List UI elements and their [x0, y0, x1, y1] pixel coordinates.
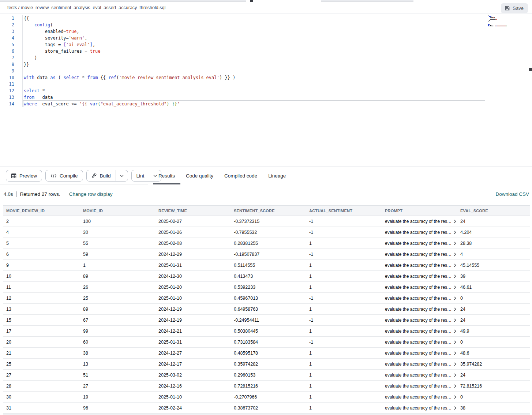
preview-button[interactable]: Preview: [6, 170, 42, 182]
prompt-text: evaluate the accuracy of the res…: [385, 274, 452, 279]
table-header-row: MOVIE_REVIEW_IDMOVIE_IDREVIEW_TIMESENTIM…: [3, 206, 530, 216]
table-cell: -1: [306, 318, 382, 323]
expand-prompt-icon[interactable]: [454, 329, 457, 333]
expand-prompt-icon[interactable]: [454, 362, 457, 366]
build-button[interactable]: Build: [86, 170, 128, 182]
column-header[interactable]: PROMPT: [382, 209, 457, 213]
line-number: 3: [0, 28, 23, 35]
expand-prompt-icon[interactable]: [454, 307, 457, 311]
column-header[interactable]: REVIEW_TIME: [156, 209, 231, 213]
line-number: 12: [0, 87, 23, 94]
build-dropdown-toggle[interactable]: [116, 170, 128, 181]
table-cell: 0.413473: [231, 274, 306, 279]
tab-code-quality[interactable]: Code quality: [180, 167, 219, 184]
column-header[interactable]: ACTUAL_SENTIMENT: [306, 209, 382, 213]
expand-prompt-icon[interactable]: [454, 340, 457, 344]
prompt-text: evaluate the accuracy of the res…: [385, 252, 452, 257]
expand-prompt-icon[interactable]: [454, 263, 457, 267]
code-line[interactable]: 1{{: [0, 15, 235, 22]
download-csv-link[interactable]: Download CSV: [495, 191, 529, 197]
table-cell: 5: [3, 241, 80, 246]
expand-prompt-icon[interactable]: [454, 296, 457, 300]
table-row[interactable]: 912025-01-310.51145551evaluate the accur…: [3, 260, 530, 271]
expand-prompt-icon[interactable]: [454, 231, 457, 234]
expand-prompt-icon[interactable]: [454, 285, 457, 289]
code-line[interactable]: 5 tags = ['ai_eval'],: [0, 41, 235, 48]
expand-prompt-icon[interactable]: [454, 406, 457, 410]
breadcrumb: tests / movie_review_sentiment_analysis_…: [7, 2, 165, 14]
table-row[interactable]: 4302025-01-26-0.7955532-1evaluate the ac…: [3, 227, 530, 238]
table-row[interactable]: 12252025-01-100.45967013-1evaluate the a…: [3, 293, 530, 304]
table-row[interactable]: 21002025-02-27-0.37372315-1evaluate the …: [3, 216, 530, 227]
code-editor[interactable]: 1{{2 config(3 enabled=true,4 severity='w…: [0, 14, 532, 167]
column-header[interactable]: MOVIE_ID: [80, 209, 156, 213]
table-row[interactable]: 21382024-12-270.485951781evaluate the ac…: [3, 348, 530, 359]
table-row[interactable]: 5552025-02-080.283812551evaluate the acc…: [3, 238, 530, 249]
expand-prompt-icon[interactable]: [454, 384, 457, 388]
code-line[interactable]: 12select *: [0, 87, 235, 94]
expand-prompt-icon[interactable]: [454, 242, 457, 245]
table-cell: 59: [80, 252, 156, 257]
expand-prompt-icon[interactable]: [454, 318, 457, 322]
expand-prompt-icon[interactable]: [454, 274, 457, 278]
table-row[interactable]: 31962025-02-240.386737021evaluate the ac…: [3, 403, 530, 414]
table-cell: 1: [306, 405, 382, 411]
code-line[interactable]: 9: [0, 68, 235, 74]
table-row[interactable]: 15672024-12-19-0.24954411-1evaluate the …: [3, 315, 530, 326]
change-row-display-link[interactable]: Change row display: [69, 191, 113, 197]
table-cell: 2025-01-31: [156, 340, 231, 345]
table-cell: 2024-12-27: [156, 351, 231, 356]
table-row[interactable]: 30192025-01-10-0.27079661evaluate the ac…: [3, 392, 530, 403]
table-row[interactable]: 28272024-12-160.728152161evaluate the ac…: [3, 381, 530, 392]
code-line[interactable]: 13from data: [0, 94, 235, 101]
table-cell: 26: [80, 285, 156, 290]
expand-prompt-icon[interactable]: [454, 351, 457, 355]
table-cell: 0.48595178: [231, 351, 306, 356]
line-number: 10: [0, 74, 23, 81]
table-cell: 38: [457, 405, 530, 411]
table-cell: 21: [3, 351, 80, 356]
table-row[interactable]: 6592024-12-29-0.19507837-1evaluate the a…: [3, 249, 530, 260]
expand-prompt-icon[interactable]: [454, 395, 457, 399]
table-cell: 19: [80, 395, 156, 400]
table-row[interactable]: 20602025-01-310.73183584-1evaluate the a…: [3, 337, 530, 348]
results-table: MOVIE_REVIEW_IDMOVIE_IDREVIEW_TIMESENTIM…: [3, 205, 530, 415]
table-row[interactable]: 27512025-03-020.29601531evaluate the acc…: [3, 370, 530, 381]
editor-minimap[interactable]: [488, 15, 524, 27]
code-line[interactable]: 11: [0, 81, 235, 87]
line-number: 13: [0, 94, 23, 101]
prompt-text: evaluate the accuracy of the res…: [385, 362, 452, 367]
table-row[interactable]: 10892024-12-300.4134731evaluate the accu…: [3, 271, 530, 282]
compile-button[interactable]: Compile: [45, 170, 83, 182]
column-header[interactable]: EVAL_SCORE: [457, 209, 530, 213]
prompt-cell: evaluate the accuracy of the res…: [382, 362, 457, 367]
table-row[interactable]: 25132024-12-170.359742821evaluate the ac…: [3, 359, 530, 370]
tab-lineage[interactable]: Lineage: [263, 167, 291, 184]
table-row[interactable]: 11262025-01-200.53922331evaluate the acc…: [3, 282, 530, 293]
save-button[interactable]: Save: [501, 3, 528, 13]
expand-prompt-icon[interactable]: [454, 373, 457, 377]
code-line[interactable]: 4 severity='warn',: [0, 35, 235, 41]
table-cell: 0.5392233: [231, 285, 306, 290]
column-header[interactable]: SENTIMENT_SCORE: [231, 209, 306, 213]
table-cell: -1: [306, 252, 382, 257]
code-line[interactable]: 2 config(: [0, 22, 235, 28]
table-row[interactable]: 17992024-12-210.503804451evaluate the ac…: [3, 326, 530, 337]
code-line[interactable]: 6 store_failures = true: [0, 48, 235, 55]
table-cell: 1: [306, 241, 382, 246]
tab-compiled-code[interactable]: Compiled code: [219, 167, 263, 184]
code-line[interactable]: 7 ): [0, 55, 235, 61]
code-line[interactable]: 14where eval_score <= '{{ var("eval_accu…: [0, 101, 235, 107]
table-cell: 1: [306, 285, 382, 290]
expand-prompt-icon[interactable]: [454, 220, 457, 223]
scrollbar-thumb[interactable]: [529, 68, 532, 71]
code-line[interactable]: 8}}: [0, 61, 235, 68]
table-cell: 99: [80, 329, 156, 334]
column-header[interactable]: MOVIE_REVIEW_ID: [3, 209, 80, 213]
expand-prompt-icon[interactable]: [454, 253, 457, 256]
prompt-cell: evaluate the accuracy of the res…: [382, 340, 457, 345]
table-row[interactable]: 13892024-12-190.649587631evaluate the ac…: [3, 304, 530, 315]
tab-results[interactable]: Results: [153, 167, 180, 184]
code-line[interactable]: 10with data as ( select * from {{ ref('m…: [0, 74, 235, 81]
code-line[interactable]: 3 enabled=true,: [0, 28, 235, 35]
